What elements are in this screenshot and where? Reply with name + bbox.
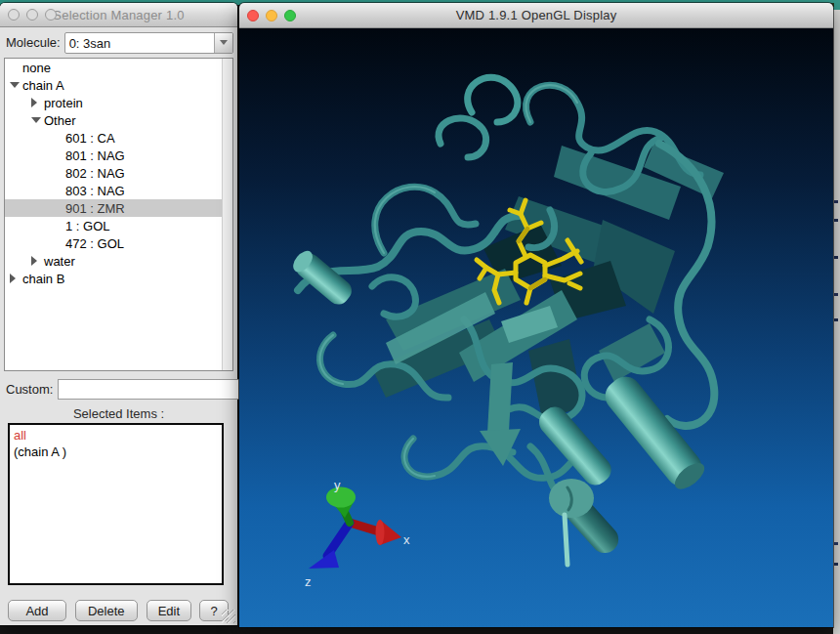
- x-axis-label: x: [403, 532, 410, 547]
- selection-tree-rows: nonechain AproteinOther601 : CA801 : NAG…: [5, 59, 232, 287]
- custom-input[interactable]: [58, 379, 239, 400]
- tree-item-label: chain A: [22, 78, 64, 93]
- tree-down-arrow-icon[interactable]: [10, 82, 22, 88]
- tree-item[interactable]: Other: [5, 111, 232, 129]
- zoom-button[interactable]: [45, 9, 57, 21]
- resize-grip[interactable]: [222, 610, 235, 623]
- tree-item[interactable]: 802 : NAG: [5, 164, 232, 182]
- tree-item-label: chain B: [22, 272, 64, 286]
- tree-right-arrow-icon[interactable]: [31, 256, 44, 266]
- selected-items-list[interactable]: all(chain A ): [8, 423, 224, 585]
- z-axis-label: z: [305, 574, 312, 589]
- tree-item[interactable]: protein: [5, 94, 232, 111]
- tree-item-label: Other: [44, 113, 76, 128]
- vmd-opengl-window: VMD 1.9.1 OpenGL Display: [239, 3, 833, 627]
- tree-item[interactable]: water: [5, 252, 232, 270]
- selected-items-label: Selected Items :: [0, 406, 237, 421]
- chevron-down-icon: [220, 40, 228, 45]
- tree-item[interactable]: 472 : GOL: [5, 234, 232, 252]
- tree-item[interactable]: 803 : NAG: [5, 182, 232, 199]
- tree-item-label: 901 : ZMR: [65, 201, 125, 216]
- delete-button[interactable]: Delete: [75, 600, 138, 621]
- action-buttons: AddDeleteEdit?: [0, 600, 237, 625]
- tree-item-label: 601 : CA: [65, 131, 115, 146]
- close-button[interactable]: [8, 9, 20, 21]
- tree-item-label: 801 : NAG: [65, 148, 125, 163]
- molecule-label: Molecule:: [6, 35, 61, 50]
- tree-item[interactable]: 901 : ZMR: [5, 199, 232, 217]
- selection-manager-titlebar[interactable]: Selection Manager 1.0: [0, 3, 237, 27]
- desktop: Selection Manager 1.0 Molecule: 0: 3san …: [0, 0, 840, 634]
- selection-manager-window: Selection Manager 1.0 Molecule: 0: 3san …: [0, 3, 237, 625]
- tree-item-label: 803 : NAG: [65, 184, 125, 198]
- vmd-titlebar[interactable]: VMD 1.9.1 OpenGL Display: [239, 3, 833, 28]
- molecule-value: 0: 3san: [65, 33, 214, 53]
- tree-item-label: 472 : GOL: [65, 236, 124, 251]
- window-title: VMD 1.9.1 OpenGL Display: [239, 8, 833, 22]
- tree-item[interactable]: 601 : CA: [5, 129, 232, 147]
- molecule-render: x y z: [239, 28, 833, 627]
- tree-item-label: water: [44, 254, 75, 269]
- zoom-button[interactable]: [284, 10, 296, 21]
- tree-item-label: none: [22, 61, 51, 75]
- add-button[interactable]: Add: [8, 600, 66, 621]
- tree-scrollbar[interactable]: [222, 59, 232, 370]
- selection-tree[interactable]: nonechain AproteinOther601 : CA801 : NAG…: [4, 58, 233, 371]
- custom-label: Custom:: [6, 382, 53, 397]
- selected-item[interactable]: (chain A ): [14, 444, 218, 460]
- minimize-button[interactable]: [26, 9, 38, 21]
- tree-item[interactable]: chain B: [5, 270, 232, 287]
- tree-item-label: 802 : NAG: [65, 166, 125, 181]
- tree-down-arrow-icon[interactable]: [31, 117, 44, 123]
- molecule-dropdown[interactable]: 0: 3san: [64, 32, 233, 54]
- tree-right-arrow-icon[interactable]: [31, 98, 44, 107]
- close-button[interactable]: [247, 10, 259, 21]
- opengl-viewport[interactable]: x y z: [239, 28, 833, 627]
- tree-item-label: protein: [44, 96, 83, 110]
- minimize-button[interactable]: [266, 10, 277, 21]
- tree-right-arrow-icon[interactable]: [10, 274, 22, 283]
- tree-item-label: 1 : GOL: [65, 219, 110, 233]
- background-window-sliver: [833, 10, 840, 634]
- molecule-dropdown-button[interactable]: [214, 33, 232, 53]
- y-axis-label: y: [334, 478, 341, 492]
- selected-item[interactable]: all: [14, 427, 218, 444]
- edit-button[interactable]: Edit: [147, 600, 191, 621]
- tree-item[interactable]: none: [5, 59, 232, 76]
- tree-item[interactable]: chain A: [5, 76, 232, 94]
- tree-item[interactable]: 801 : NAG: [5, 147, 232, 164]
- tree-item[interactable]: 1 : GOL: [5, 217, 232, 234]
